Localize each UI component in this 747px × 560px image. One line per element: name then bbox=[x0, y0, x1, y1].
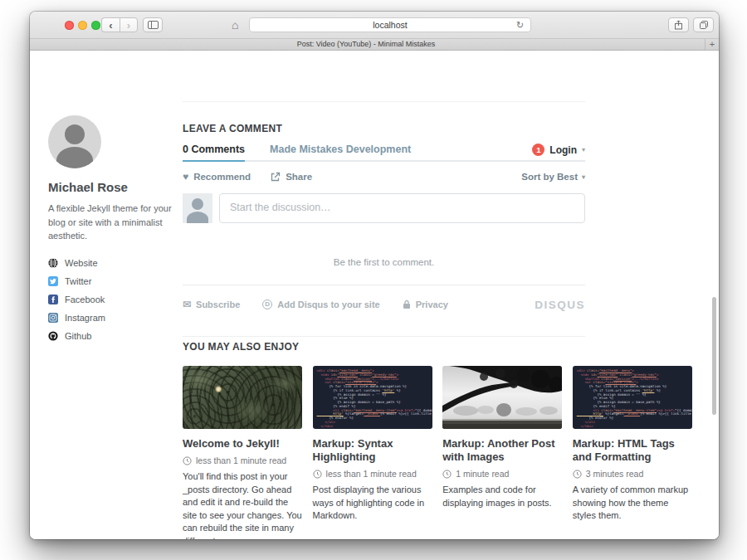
author-link-github[interactable]: Github bbox=[48, 331, 179, 342]
chevron-down-icon: ▾ bbox=[582, 146, 585, 153]
post-thumbnail[interactable]: <div class="masthead__menu"> <nav id="si… bbox=[573, 366, 692, 429]
recommend-button[interactable]: ♥ Recommend bbox=[183, 172, 251, 182]
sidebar-toggle-button[interactable] bbox=[143, 17, 163, 32]
post-excerpt: Examples and code for displaying images … bbox=[442, 484, 562, 509]
related-posts-section: YOU MAY ALSO ENJOY Welcome to Jekyll!les… bbox=[183, 341, 694, 539]
post-title-link[interactable]: Markup: Another Post with Images bbox=[442, 437, 562, 464]
lock-icon bbox=[403, 299, 411, 309]
new-tab-button[interactable]: + bbox=[705, 39, 719, 50]
home-icon[interactable]: ⌂ bbox=[232, 18, 238, 32]
author-link-label: Github bbox=[65, 331, 91, 341]
share-arrow-icon bbox=[271, 172, 281, 182]
recommend-label: Recommend bbox=[193, 172, 251, 182]
divider bbox=[183, 285, 585, 285]
post-excerpt: You'll find this post in your _posts dir… bbox=[183, 470, 302, 539]
subscribe-link[interactable]: ✉ Subscribe bbox=[183, 299, 240, 309]
author-bio: A flexible Jekyll theme for your blog or… bbox=[48, 202, 174, 243]
author-link-label: Twitter bbox=[65, 276, 91, 286]
post-read-time: 3 minutes read bbox=[573, 469, 692, 479]
post-title-link[interactable]: Markup: HTML Tags and Formatting bbox=[573, 437, 692, 464]
author-link-twitter[interactable]: Twitter bbox=[48, 276, 179, 287]
author-link-website[interactable]: Website bbox=[48, 258, 179, 269]
privacy-link[interactable]: Privacy bbox=[403, 299, 448, 309]
github-icon bbox=[48, 331, 58, 341]
post-title-link[interactable]: Markup: Syntax Highlighting bbox=[313, 437, 432, 464]
you-may-also-enjoy-heading: YOU MAY ALSO ENJOY bbox=[183, 341, 694, 353]
post-read-time: 1 minute read bbox=[442, 469, 562, 479]
related-post-card: <div class="masthead__menu"> <nav id="si… bbox=[313, 366, 432, 539]
active-tab[interactable]: Post: Video (YouTube) - Minimal Mistakes bbox=[30, 39, 702, 50]
empty-thread-message: Be the first to comment. bbox=[183, 257, 585, 267]
add-disqus-label: Add Disqus to your site bbox=[277, 299, 379, 309]
post-read-time: less than 1 minute read bbox=[313, 469, 432, 479]
related-post-card: <div class="masthead__menu"> <nav id="si… bbox=[573, 366, 692, 539]
scrollbar-thumb[interactable] bbox=[712, 297, 716, 415]
login-menu[interactable]: 1 Login ▾ bbox=[532, 144, 585, 160]
share-thread-button[interactable]: Share bbox=[271, 172, 312, 182]
disqus-logo[interactable]: DISQUS bbox=[535, 299, 585, 311]
close-window-button[interactable] bbox=[65, 21, 74, 30]
leave-a-comment-heading: LEAVE A COMMENT bbox=[183, 123, 585, 134]
comment-editor bbox=[183, 193, 585, 223]
post-title-link[interactable]: Welcome to Jekyll! bbox=[183, 437, 302, 450]
divider bbox=[183, 336, 585, 337]
comments-section: LEAVE A COMMENT 0 Comments Made Mistakes… bbox=[183, 101, 585, 337]
clock-icon bbox=[313, 470, 322, 479]
related-post-card: Markup: Another Post with Images1 minute… bbox=[442, 366, 562, 539]
divider bbox=[183, 101, 585, 102]
globe-icon bbox=[48, 258, 58, 268]
zoom-window-button[interactable] bbox=[91, 21, 100, 30]
post-excerpt: A variety of common markup showing how t… bbox=[573, 484, 692, 523]
read-time-label: less than 1 minute read bbox=[326, 469, 417, 479]
clock-icon bbox=[183, 456, 192, 465]
guest-avatar bbox=[183, 193, 212, 223]
code-screenshot: <div class="masthead__menu"> <nav id="si… bbox=[577, 369, 688, 428]
post-thumbnail[interactable] bbox=[183, 366, 302, 429]
sidebar-icon bbox=[148, 21, 159, 29]
code-screenshot: <div class="masthead__menu"> <nav id="si… bbox=[317, 369, 428, 428]
post-read-time: less than 1 minute read bbox=[183, 455, 302, 465]
author-profile: Michael Rose A flexible Jekyll theme for… bbox=[48, 115, 179, 349]
show-tabs-button[interactable] bbox=[693, 17, 714, 32]
post-thumbnail[interactable]: <div class="masthead__menu"> <nav id="si… bbox=[313, 366, 432, 429]
share-label: Share bbox=[286, 172, 312, 182]
clock-icon bbox=[573, 470, 582, 479]
read-time-label: 1 minute read bbox=[456, 469, 509, 479]
disqus-tab-row: 0 Comments Made Mistakes Development 1 L… bbox=[183, 144, 585, 162]
chevron-left-icon: ‹ bbox=[109, 20, 112, 31]
minimize-window-button[interactable] bbox=[78, 21, 87, 30]
share-button[interactable] bbox=[668, 17, 689, 32]
tab-comments[interactable]: 0 Comments bbox=[183, 144, 245, 162]
author-link-label: Facebook bbox=[65, 295, 105, 304]
related-post-card: Welcome to Jekyll!less than 1 minute rea… bbox=[183, 366, 302, 539]
author-link-label: Instagram bbox=[65, 313, 105, 323]
window-controls bbox=[65, 21, 100, 30]
clock-icon bbox=[442, 470, 452, 479]
author-name: Michael Rose bbox=[48, 180, 179, 194]
sort-label: Sort by Best bbox=[521, 172, 578, 182]
disqus-d-icon: D bbox=[262, 299, 272, 309]
sort-menu[interactable]: Sort by Best ▾ bbox=[521, 172, 585, 182]
read-time-label: less than 1 minute read bbox=[196, 455, 286, 465]
reload-icon[interactable]: ↻ bbox=[516, 19, 524, 31]
forward-button[interactable]: › bbox=[120, 17, 138, 32]
tab-community[interactable]: Made Mistakes Development bbox=[270, 144, 411, 160]
comment-input[interactable] bbox=[219, 193, 585, 223]
back-button[interactable]: ‹ bbox=[101, 17, 120, 32]
address-bar-input[interactable] bbox=[249, 17, 531, 32]
related-posts-grid: Welcome to Jekyll!less than 1 minute rea… bbox=[183, 366, 694, 539]
add-disqus-link[interactable]: D Add Disqus to your site bbox=[262, 299, 379, 309]
author-link-label: Website bbox=[65, 258, 98, 268]
chevron-down-icon: ▾ bbox=[582, 173, 585, 181]
browser-window: ‹ › ⌂ ↻ Post: Video (YouTube) - Minimal … bbox=[30, 12, 719, 539]
privacy-label: Privacy bbox=[416, 299, 448, 309]
author-link-instagram[interactable]: Instagram bbox=[48, 313, 179, 324]
foggy-tree-photo bbox=[442, 366, 562, 429]
facebook-icon bbox=[48, 295, 58, 304]
post-thumbnail[interactable] bbox=[442, 366, 562, 429]
instagram-icon bbox=[48, 313, 58, 323]
disqus-footer: ✉ Subscribe D Add Disqus to your site Pr… bbox=[183, 297, 585, 312]
author-link-facebook[interactable]: Facebook bbox=[48, 295, 179, 305]
share-icon bbox=[674, 20, 683, 30]
twitter-icon bbox=[48, 276, 58, 286]
